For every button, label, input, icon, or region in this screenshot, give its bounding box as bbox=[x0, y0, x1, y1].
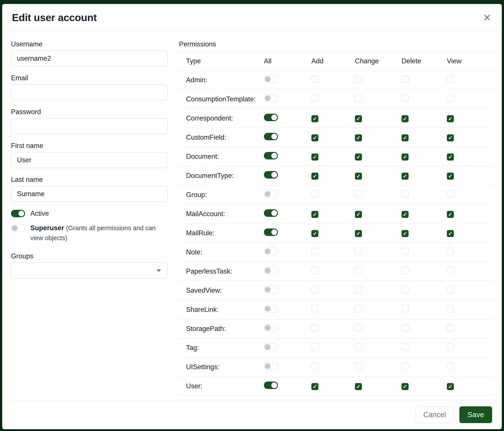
permission-all-toggle[interactable] bbox=[264, 114, 278, 121]
permission-add-checkbox[interactable] bbox=[311, 267, 318, 274]
password-input[interactable] bbox=[11, 118, 168, 134]
permission-delete-checkbox[interactable]: ✓ bbox=[402, 134, 409, 141]
permission-change-checkbox[interactable]: ✓ bbox=[355, 230, 362, 237]
permission-delete-checkbox[interactable] bbox=[402, 76, 409, 83]
permission-all-toggle[interactable] bbox=[264, 171, 278, 179]
modal-header: Edit user account × bbox=[2, 4, 502, 31]
permission-delete-checkbox[interactable] bbox=[402, 190, 409, 198]
permission-change-checkbox[interactable] bbox=[355, 363, 362, 370]
permission-row: Note: bbox=[179, 243, 493, 262]
permission-add-checkbox[interactable] bbox=[311, 363, 318, 370]
email-input[interactable] bbox=[11, 84, 168, 100]
permission-delete-checkbox[interactable] bbox=[402, 248, 409, 255]
permission-all-toggle[interactable] bbox=[264, 133, 278, 140]
permission-delete-checkbox[interactable] bbox=[402, 267, 409, 274]
permission-view-checkbox[interactable] bbox=[447, 324, 454, 331]
superuser-toggle[interactable] bbox=[11, 224, 25, 232]
permission-all-toggle[interactable] bbox=[264, 228, 278, 236]
permission-all-toggle[interactable] bbox=[264, 209, 278, 217]
permission-view-checkbox[interactable]: ✓ bbox=[447, 134, 454, 141]
permission-view-checkbox[interactable]: ✓ bbox=[447, 383, 454, 390]
cancel-button[interactable]: Cancel bbox=[415, 406, 454, 423]
permission-view-checkbox[interactable] bbox=[447, 190, 454, 198]
permission-add-checkbox[interactable] bbox=[311, 248, 318, 255]
permission-view-checkbox[interactable] bbox=[447, 363, 454, 370]
permission-view-checkbox[interactable] bbox=[447, 95, 454, 102]
active-toggle[interactable] bbox=[11, 210, 25, 217]
permission-add-checkbox[interactable] bbox=[311, 305, 318, 312]
close-icon[interactable]: × bbox=[482, 11, 492, 24]
permission-add-checkbox[interactable]: ✓ bbox=[311, 115, 318, 122]
permission-delete-checkbox[interactable]: ✓ bbox=[402, 230, 409, 237]
permission-view-checkbox[interactable] bbox=[447, 286, 454, 293]
col-header-view: View bbox=[447, 52, 493, 71]
permission-delete-checkbox[interactable] bbox=[402, 95, 409, 102]
permission-delete-checkbox[interactable] bbox=[402, 286, 409, 293]
permission-change-checkbox[interactable] bbox=[355, 190, 362, 198]
permission-change-checkbox[interactable] bbox=[355, 343, 362, 350]
groups-select[interactable] bbox=[11, 262, 168, 278]
permission-delete-checkbox[interactable]: ✓ bbox=[402, 153, 409, 161]
permission-all-toggle[interactable] bbox=[264, 190, 278, 198]
permission-all-toggle[interactable] bbox=[264, 267, 278, 274]
first-name-input[interactable] bbox=[11, 152, 168, 168]
permission-delete-checkbox[interactable]: ✓ bbox=[402, 115, 409, 122]
permission-add-checkbox[interactable]: ✓ bbox=[311, 230, 318, 237]
permission-add-checkbox[interactable]: ✓ bbox=[311, 383, 318, 390]
permission-delete-checkbox[interactable] bbox=[402, 363, 409, 370]
permission-add-checkbox[interactable] bbox=[311, 286, 318, 293]
permission-all-toggle[interactable] bbox=[264, 152, 278, 159]
permission-delete-checkbox[interactable]: ✓ bbox=[402, 211, 409, 218]
permission-view-checkbox[interactable] bbox=[447, 267, 454, 274]
permission-add-checkbox[interactable] bbox=[311, 324, 318, 331]
permission-add-checkbox[interactable]: ✓ bbox=[311, 173, 318, 180]
permission-change-checkbox[interactable]: ✓ bbox=[355, 383, 362, 390]
permission-all-toggle[interactable] bbox=[264, 95, 278, 102]
permission-add-checkbox[interactable]: ✓ bbox=[311, 134, 318, 141]
permission-view-checkbox[interactable]: ✓ bbox=[447, 230, 454, 237]
permission-all-toggle[interactable] bbox=[264, 382, 278, 389]
permission-view-checkbox[interactable]: ✓ bbox=[447, 115, 454, 122]
save-button[interactable]: Save bbox=[459, 406, 492, 423]
permission-all-toggle[interactable] bbox=[264, 248, 278, 255]
permission-change-checkbox[interactable]: ✓ bbox=[355, 153, 362, 161]
permission-add-checkbox[interactable]: ✓ bbox=[311, 211, 318, 218]
permission-view-checkbox[interactable] bbox=[447, 305, 454, 312]
permission-add-checkbox[interactable] bbox=[311, 95, 318, 102]
permission-change-checkbox[interactable] bbox=[355, 76, 362, 83]
permission-view-checkbox[interactable] bbox=[447, 76, 454, 83]
permission-view-checkbox[interactable]: ✓ bbox=[447, 173, 454, 180]
permission-delete-checkbox[interactable]: ✓ bbox=[402, 173, 409, 180]
permission-all-toggle[interactable] bbox=[264, 324, 278, 332]
permission-delete-checkbox[interactable] bbox=[402, 305, 409, 312]
last-name-input[interactable] bbox=[11, 186, 168, 202]
permission-view-checkbox[interactable] bbox=[447, 343, 454, 350]
permission-change-checkbox[interactable] bbox=[355, 267, 362, 274]
permission-change-checkbox[interactable]: ✓ bbox=[355, 134, 362, 141]
permission-all-toggle[interactable] bbox=[264, 362, 278, 370]
permission-add-checkbox[interactable] bbox=[311, 76, 318, 83]
permission-view-checkbox[interactable]: ✓ bbox=[447, 153, 454, 161]
permission-add-checkbox[interactable]: ✓ bbox=[311, 153, 318, 161]
permission-change-checkbox[interactable]: ✓ bbox=[355, 173, 362, 180]
permission-delete-checkbox[interactable] bbox=[402, 343, 409, 350]
permission-view-checkbox[interactable] bbox=[447, 248, 454, 255]
permission-all-toggle[interactable] bbox=[264, 286, 278, 293]
permission-all-toggle[interactable] bbox=[264, 343, 278, 351]
permission-change-checkbox[interactable] bbox=[355, 324, 362, 331]
permission-change-checkbox[interactable] bbox=[355, 286, 362, 293]
permission-change-checkbox[interactable]: ✓ bbox=[355, 211, 362, 218]
permission-all-toggle[interactable] bbox=[264, 305, 278, 313]
permission-change-checkbox[interactable] bbox=[355, 248, 362, 255]
permission-change-checkbox[interactable]: ✓ bbox=[355, 115, 362, 122]
permission-add-checkbox[interactable] bbox=[311, 190, 318, 198]
col-header-type: Type bbox=[179, 52, 264, 71]
permission-delete-checkbox[interactable] bbox=[402, 324, 409, 331]
permission-change-checkbox[interactable] bbox=[355, 305, 362, 312]
permission-all-toggle[interactable] bbox=[264, 75, 278, 83]
permission-view-checkbox[interactable]: ✓ bbox=[447, 211, 454, 218]
permission-delete-checkbox[interactable]: ✓ bbox=[402, 383, 409, 390]
username-input[interactable] bbox=[11, 51, 168, 66]
permission-add-checkbox[interactable] bbox=[311, 343, 318, 350]
permission-change-checkbox[interactable] bbox=[355, 95, 362, 102]
